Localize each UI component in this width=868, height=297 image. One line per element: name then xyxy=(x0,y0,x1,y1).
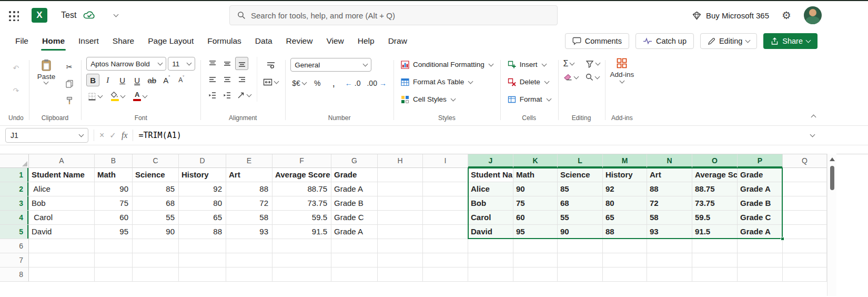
insert-function-button[interactable]: fx xyxy=(122,131,128,140)
cell-F4[interactable]: 59.5 xyxy=(272,211,331,225)
cell-D2[interactable]: 92 xyxy=(179,182,226,196)
cell-H1[interactable] xyxy=(378,168,423,182)
paste-button[interactable]: Paste xyxy=(34,58,59,107)
expand-formula-bar-chevron-icon[interactable] xyxy=(810,132,815,137)
tab-formulas[interactable]: Formulas xyxy=(200,32,248,51)
cell-M5[interactable]: 88 xyxy=(603,225,647,239)
cell-A4[interactable]: Carol xyxy=(29,211,95,225)
cell-F3[interactable]: 73.75 xyxy=(272,196,331,211)
cell-E1[interactable]: Art xyxy=(226,168,272,182)
format-painter-button[interactable] xyxy=(63,94,76,107)
cell-K8[interactable] xyxy=(513,268,558,282)
row-header-7[interactable]: 7 xyxy=(0,253,29,268)
cell-G3[interactable]: Grade B xyxy=(331,196,378,211)
column-header-O[interactable]: O xyxy=(692,154,738,168)
column-header-Q[interactable]: Q xyxy=(783,154,827,168)
column-header-P[interactable]: P xyxy=(738,154,783,168)
cell-H6[interactable] xyxy=(378,239,423,253)
cell-I5[interactable] xyxy=(423,225,468,239)
cell-B5[interactable]: 95 xyxy=(95,225,133,239)
double-underline-button[interactable]: U xyxy=(130,74,144,86)
cell-I3[interactable] xyxy=(423,196,468,211)
scroll-up-arrow-icon[interactable] xyxy=(830,157,835,161)
cell-O8[interactable] xyxy=(692,268,738,282)
cell-F2[interactable]: 88.75 xyxy=(272,182,331,196)
tab-home[interactable]: Home xyxy=(35,32,72,51)
add-ins-button[interactable]: Add-ins xyxy=(610,57,634,83)
cell-K5[interactable]: 95 xyxy=(513,225,558,239)
column-header-I[interactable]: I xyxy=(423,154,468,168)
catch-up-button[interactable]: Catch up xyxy=(635,33,694,49)
cell-A6[interactable] xyxy=(29,239,95,253)
excel-logo[interactable]: X xyxy=(32,8,47,23)
font-size-select[interactable]: 11 xyxy=(168,57,195,71)
collapse-ribbon-chevron-icon[interactable] xyxy=(811,115,816,120)
cell-L2[interactable]: 85 xyxy=(558,182,603,196)
font-color-button[interactable]: A xyxy=(132,90,148,103)
row-header-5[interactable]: 5 xyxy=(0,225,29,239)
align-middle-button[interactable] xyxy=(220,57,234,70)
cell-N8[interactable] xyxy=(647,268,692,282)
cell-A3[interactable]: Bob xyxy=(29,196,95,211)
scrollbar-thumb[interactable] xyxy=(830,166,834,190)
column-header-G[interactable]: G xyxy=(331,154,378,168)
cell-C2[interactable]: 85 xyxy=(133,182,179,196)
cell-B4[interactable]: 60 xyxy=(95,211,133,225)
cell-H3[interactable] xyxy=(378,196,423,211)
tab-view[interactable]: View xyxy=(319,32,350,51)
share-button[interactable]: Share xyxy=(763,33,817,49)
autosum-button[interactable]: Σ xyxy=(563,59,578,68)
cell-L6[interactable] xyxy=(558,239,603,253)
cell-H2[interactable] xyxy=(378,182,423,196)
comma-style-button[interactable]: , xyxy=(327,76,340,90)
row-header-2[interactable]: 2 xyxy=(0,182,29,196)
settings-gear-icon[interactable]: ⚙ xyxy=(782,10,791,21)
cell-P3[interactable]: Grade B xyxy=(738,196,783,211)
cell-D5[interactable]: 88 xyxy=(179,225,226,239)
currency-format-button[interactable]: $€ xyxy=(290,76,308,90)
cell-Q7[interactable] xyxy=(783,253,827,268)
editing-mode-button[interactable]: Editing xyxy=(700,33,757,49)
cell-Q5[interactable] xyxy=(783,225,827,239)
column-header-C[interactable]: C xyxy=(133,154,179,168)
cell-N3[interactable]: 72 xyxy=(647,196,692,211)
tab-help[interactable]: Help xyxy=(351,32,381,51)
select-all-button[interactable] xyxy=(0,154,29,168)
cell-E4[interactable]: 58 xyxy=(226,211,272,225)
cell-P6[interactable] xyxy=(738,239,783,253)
sort-filter-button[interactable] xyxy=(586,59,600,68)
cell-N5[interactable]: 93 xyxy=(647,225,692,239)
cell-P7[interactable] xyxy=(738,253,783,268)
format-as-table-button[interactable]: Format As Table xyxy=(399,75,495,88)
cell-E3[interactable]: 72 xyxy=(226,196,272,211)
cell-C3[interactable]: 68 xyxy=(133,196,179,211)
cell-A1[interactable]: Student Name xyxy=(29,168,95,182)
align-left-button[interactable] xyxy=(206,73,219,86)
column-header-F[interactable]: F xyxy=(272,154,331,168)
cell-K3[interactable]: 75 xyxy=(513,196,558,211)
cell-D1[interactable]: History xyxy=(179,168,226,182)
tab-draw[interactable]: Draw xyxy=(381,32,414,51)
row-header-4[interactable]: 4 xyxy=(0,211,29,225)
cell-B2[interactable]: 90 xyxy=(95,182,133,196)
copy-button[interactable] xyxy=(63,77,76,90)
italic-button[interactable]: I xyxy=(101,74,114,86)
column-header-B[interactable]: B xyxy=(95,154,133,168)
cell-styles-button[interactable]: Cell Styles xyxy=(399,93,495,106)
column-header-M[interactable]: M xyxy=(603,154,647,168)
merge-center-button[interactable] xyxy=(261,75,280,88)
cell-G5[interactable]: Grade A xyxy=(331,225,378,239)
cell-Q4[interactable] xyxy=(783,211,827,225)
cell-C4[interactable]: 55 xyxy=(133,211,179,225)
insert-cells-button[interactable]: Insert xyxy=(506,58,553,71)
cell-F1[interactable]: Average Score xyxy=(272,168,331,182)
cell-O3[interactable]: 73.75 xyxy=(692,196,738,211)
conditional-formatting-button[interactable]: Conditional Formatting xyxy=(399,58,495,71)
tab-insert[interactable]: Insert xyxy=(72,32,106,51)
decrease-decimal-button[interactable]: .00→ xyxy=(365,76,388,90)
increase-indent-button[interactable] xyxy=(220,88,234,102)
grow-font-button[interactable]: Aˆ xyxy=(160,74,173,86)
align-right-button[interactable] xyxy=(235,73,248,86)
cell-N7[interactable] xyxy=(647,253,692,268)
cell-C1[interactable]: Science xyxy=(133,168,179,182)
